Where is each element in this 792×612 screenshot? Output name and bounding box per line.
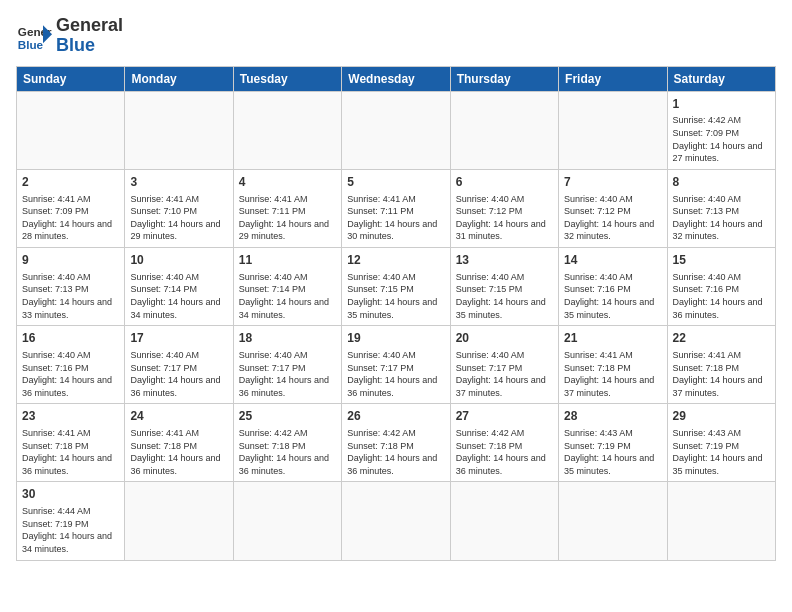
day-info: Sunrise: 4:41 AM Sunset: 7:18 PM Dayligh… [564, 349, 661, 399]
day-number: 30 [22, 486, 119, 503]
day-cell: 3Sunrise: 4:41 AM Sunset: 7:10 PM Daylig… [125, 169, 233, 247]
day-cell [17, 91, 125, 169]
day-info: Sunrise: 4:40 AM Sunset: 7:14 PM Dayligh… [130, 271, 227, 321]
day-number: 19 [347, 330, 444, 347]
day-number: 27 [456, 408, 553, 425]
day-number: 10 [130, 252, 227, 269]
day-info: Sunrise: 4:43 AM Sunset: 7:19 PM Dayligh… [564, 427, 661, 477]
day-cell: 30Sunrise: 4:44 AM Sunset: 7:19 PM Dayli… [17, 482, 125, 560]
day-info: Sunrise: 4:42 AM Sunset: 7:18 PM Dayligh… [456, 427, 553, 477]
day-cell [342, 91, 450, 169]
day-number: 26 [347, 408, 444, 425]
week-row-2: 9Sunrise: 4:40 AM Sunset: 7:13 PM Daylig… [17, 247, 776, 325]
day-cell: 19Sunrise: 4:40 AM Sunset: 7:17 PM Dayli… [342, 326, 450, 404]
day-cell: 20Sunrise: 4:40 AM Sunset: 7:17 PM Dayli… [450, 326, 558, 404]
day-number: 12 [347, 252, 444, 269]
day-cell: 7Sunrise: 4:40 AM Sunset: 7:12 PM Daylig… [559, 169, 667, 247]
weekday-header-saturday: Saturday [667, 66, 775, 91]
day-cell: 2Sunrise: 4:41 AM Sunset: 7:09 PM Daylig… [17, 169, 125, 247]
day-info: Sunrise: 4:40 AM Sunset: 7:17 PM Dayligh… [130, 349, 227, 399]
weekday-header-thursday: Thursday [450, 66, 558, 91]
weekday-header-tuesday: Tuesday [233, 66, 341, 91]
day-cell: 8Sunrise: 4:40 AM Sunset: 7:13 PM Daylig… [667, 169, 775, 247]
day-number: 7 [564, 174, 661, 191]
day-cell [125, 482, 233, 560]
day-info: Sunrise: 4:41 AM Sunset: 7:18 PM Dayligh… [22, 427, 119, 477]
day-cell: 26Sunrise: 4:42 AM Sunset: 7:18 PM Dayli… [342, 404, 450, 482]
day-info: Sunrise: 4:41 AM Sunset: 7:11 PM Dayligh… [239, 193, 336, 243]
day-info: Sunrise: 4:42 AM Sunset: 7:18 PM Dayligh… [347, 427, 444, 477]
day-number: 22 [673, 330, 770, 347]
day-info: Sunrise: 4:41 AM Sunset: 7:10 PM Dayligh… [130, 193, 227, 243]
day-cell [667, 482, 775, 560]
day-cell: 21Sunrise: 4:41 AM Sunset: 7:18 PM Dayli… [559, 326, 667, 404]
day-number: 23 [22, 408, 119, 425]
day-info: Sunrise: 4:40 AM Sunset: 7:12 PM Dayligh… [456, 193, 553, 243]
day-info: Sunrise: 4:40 AM Sunset: 7:15 PM Dayligh… [347, 271, 444, 321]
day-cell [233, 482, 341, 560]
day-number: 13 [456, 252, 553, 269]
day-cell: 6Sunrise: 4:40 AM Sunset: 7:12 PM Daylig… [450, 169, 558, 247]
day-cell: 16Sunrise: 4:40 AM Sunset: 7:16 PM Dayli… [17, 326, 125, 404]
day-number: 17 [130, 330, 227, 347]
day-info: Sunrise: 4:41 AM Sunset: 7:18 PM Dayligh… [673, 349, 770, 399]
day-cell [559, 91, 667, 169]
day-info: Sunrise: 4:43 AM Sunset: 7:19 PM Dayligh… [673, 427, 770, 477]
header: General Blue General Blue [16, 16, 776, 56]
week-row-1: 2Sunrise: 4:41 AM Sunset: 7:09 PM Daylig… [17, 169, 776, 247]
day-cell: 13Sunrise: 4:40 AM Sunset: 7:15 PM Dayli… [450, 247, 558, 325]
day-cell: 23Sunrise: 4:41 AM Sunset: 7:18 PM Dayli… [17, 404, 125, 482]
weekday-header-friday: Friday [559, 66, 667, 91]
day-cell: 1Sunrise: 4:42 AM Sunset: 7:09 PM Daylig… [667, 91, 775, 169]
day-cell: 24Sunrise: 4:41 AM Sunset: 7:18 PM Dayli… [125, 404, 233, 482]
logo: General Blue General Blue [16, 16, 123, 56]
day-info: Sunrise: 4:40 AM Sunset: 7:16 PM Dayligh… [22, 349, 119, 399]
day-number: 29 [673, 408, 770, 425]
day-info: Sunrise: 4:40 AM Sunset: 7:13 PM Dayligh… [673, 193, 770, 243]
day-info: Sunrise: 4:40 AM Sunset: 7:17 PM Dayligh… [456, 349, 553, 399]
week-row-4: 23Sunrise: 4:41 AM Sunset: 7:18 PM Dayli… [17, 404, 776, 482]
day-cell: 27Sunrise: 4:42 AM Sunset: 7:18 PM Dayli… [450, 404, 558, 482]
day-number: 2 [22, 174, 119, 191]
day-number: 4 [239, 174, 336, 191]
day-number: 1 [673, 96, 770, 113]
day-number: 3 [130, 174, 227, 191]
day-cell: 18Sunrise: 4:40 AM Sunset: 7:17 PM Dayli… [233, 326, 341, 404]
calendar-body: 1Sunrise: 4:42 AM Sunset: 7:09 PM Daylig… [17, 91, 776, 560]
day-number: 5 [347, 174, 444, 191]
day-info: Sunrise: 4:44 AM Sunset: 7:19 PM Dayligh… [22, 505, 119, 555]
day-cell [450, 91, 558, 169]
day-info: Sunrise: 4:42 AM Sunset: 7:09 PM Dayligh… [673, 114, 770, 164]
day-cell [233, 91, 341, 169]
weekday-header-wednesday: Wednesday [342, 66, 450, 91]
day-cell [125, 91, 233, 169]
day-info: Sunrise: 4:41 AM Sunset: 7:18 PM Dayligh… [130, 427, 227, 477]
day-cell: 29Sunrise: 4:43 AM Sunset: 7:19 PM Dayli… [667, 404, 775, 482]
day-cell: 25Sunrise: 4:42 AM Sunset: 7:18 PM Dayli… [233, 404, 341, 482]
weekday-row: SundayMondayTuesdayWednesdayThursdayFrid… [17, 66, 776, 91]
day-cell: 11Sunrise: 4:40 AM Sunset: 7:14 PM Dayli… [233, 247, 341, 325]
day-info: Sunrise: 4:41 AM Sunset: 7:11 PM Dayligh… [347, 193, 444, 243]
day-cell: 5Sunrise: 4:41 AM Sunset: 7:11 PM Daylig… [342, 169, 450, 247]
day-info: Sunrise: 4:40 AM Sunset: 7:14 PM Dayligh… [239, 271, 336, 321]
weekday-header-sunday: Sunday [17, 66, 125, 91]
day-number: 21 [564, 330, 661, 347]
day-info: Sunrise: 4:40 AM Sunset: 7:17 PM Dayligh… [347, 349, 444, 399]
day-number: 15 [673, 252, 770, 269]
day-cell [450, 482, 558, 560]
day-number: 8 [673, 174, 770, 191]
day-info: Sunrise: 4:42 AM Sunset: 7:18 PM Dayligh… [239, 427, 336, 477]
day-number: 24 [130, 408, 227, 425]
day-cell [342, 482, 450, 560]
day-cell: 12Sunrise: 4:40 AM Sunset: 7:15 PM Dayli… [342, 247, 450, 325]
calendar-table: SundayMondayTuesdayWednesdayThursdayFrid… [16, 66, 776, 561]
day-cell: 4Sunrise: 4:41 AM Sunset: 7:11 PM Daylig… [233, 169, 341, 247]
day-info: Sunrise: 4:40 AM Sunset: 7:12 PM Dayligh… [564, 193, 661, 243]
day-info: Sunrise: 4:41 AM Sunset: 7:09 PM Dayligh… [22, 193, 119, 243]
week-row-5: 30Sunrise: 4:44 AM Sunset: 7:19 PM Dayli… [17, 482, 776, 560]
weekday-header-monday: Monday [125, 66, 233, 91]
day-cell: 10Sunrise: 4:40 AM Sunset: 7:14 PM Dayli… [125, 247, 233, 325]
day-number: 28 [564, 408, 661, 425]
day-info: Sunrise: 4:40 AM Sunset: 7:13 PM Dayligh… [22, 271, 119, 321]
day-number: 11 [239, 252, 336, 269]
